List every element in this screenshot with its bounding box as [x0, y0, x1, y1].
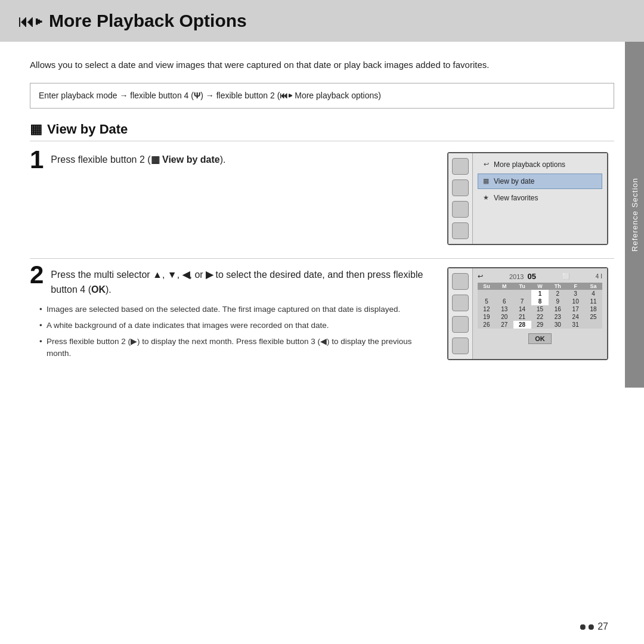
- page-num-value: 27: [597, 621, 608, 632]
- cal-cell[interactable]: 22: [531, 313, 549, 321]
- step2-number: 2: [30, 262, 44, 287]
- star-icon: ★: [482, 194, 490, 202]
- step1-text: Press flexible button 2 (▦ View by date)…: [30, 152, 429, 168]
- cal-cell[interactable]: [478, 290, 496, 298]
- cal-thumb: ⬜: [562, 273, 569, 280]
- step2-left: 2 Press the multi selector ▲, ▼, ◀, or ▶…: [30, 267, 429, 364]
- cal-cell[interactable]: 29: [531, 321, 549, 329]
- cal-th-su: Su: [478, 283, 496, 290]
- cal-cell[interactable]: 9: [549, 298, 566, 305]
- cam-btn-3[interactable]: [452, 201, 469, 218]
- camera-buttons-col-2: [448, 268, 472, 359]
- cal-cell[interactable]: 24: [566, 313, 584, 321]
- cal-cell[interactable]: 31: [566, 321, 584, 329]
- main-content: Allows you to select a date and view ima…: [0, 42, 644, 389]
- cal-cell[interactable]: 14: [513, 305, 531, 313]
- cal-cell[interactable]: [513, 290, 531, 298]
- back-icon-cal: ↩: [478, 273, 483, 280]
- cal-cell[interactable]: 10: [566, 298, 584, 305]
- step2-bullets: Images are selected based on the selecte…: [30, 304, 429, 361]
- cam-btn-8[interactable]: [452, 338, 469, 354]
- step2-right: ↩ 2013 05 ⬜ 4 I Su M Tu: [447, 267, 614, 360]
- cal-cell[interactable]: 20: [496, 313, 513, 321]
- cal-cell[interactable]: 1: [531, 290, 549, 298]
- command-text: Enter playback mode → flexible button 4 …: [39, 91, 381, 100]
- section1-icon: ▦: [30, 122, 42, 137]
- cal-cell[interactable]: 7: [513, 298, 531, 305]
- step2-row: 2 Press the multi selector ▲, ▼, ◀, or ▶…: [30, 267, 614, 364]
- section1-header: ▦ View by Date: [30, 122, 614, 141]
- cam-btn-5[interactable]: [452, 273, 469, 290]
- cal-th-tu: Tu: [513, 283, 531, 290]
- cal-cell[interactable]: 16: [549, 305, 566, 313]
- step1-number: 1: [30, 147, 44, 172]
- cal-cell[interactable]: 18: [584, 305, 602, 313]
- menu-label-date: View by date: [494, 177, 535, 185]
- step1-row: 1 Press flexible button 2 (▦ View by dat…: [30, 152, 614, 245]
- cal-top-row: ↩ 2013 05 ⬜ 4 I: [478, 272, 602, 281]
- command-box: Enter playback mode → flexible button 4 …: [30, 83, 614, 109]
- menu-item-more-playback: ↩ More playback options: [478, 157, 602, 172]
- cal-cell[interactable]: 13: [496, 305, 513, 313]
- cal-year: 2013: [509, 273, 524, 280]
- step1-right: ↩ More playback options ▦ View by date ★…: [447, 152, 614, 245]
- calendar-screen: ↩ 2013 05 ⬜ 4 I Su M Tu: [472, 268, 607, 359]
- cal-th-sa: Sa: [584, 283, 602, 290]
- cal-cell[interactable]: 27: [496, 321, 513, 329]
- cal-cell[interactable]: 19: [478, 313, 496, 321]
- menu-label-favorites: View favorites: [494, 194, 538, 202]
- cal-cell[interactable]: 4: [584, 290, 602, 298]
- bullet-3: Press flexible button 2 (▶) to display t…: [39, 336, 429, 361]
- ok-button[interactable]: OK: [528, 333, 552, 344]
- divider-1: [30, 258, 614, 259]
- header-icon: ⏮▶: [18, 11, 43, 31]
- cal-cell[interactable]: 26: [478, 321, 496, 329]
- cal-cell[interactable]: 5: [478, 298, 496, 305]
- cal-count: 4 I: [596, 273, 602, 280]
- cal-cell[interactable]: 11: [584, 298, 602, 305]
- bullet-1: Images are selected based on the selecte…: [39, 304, 429, 316]
- page-header: ⏮▶ More Playback Options: [0, 0, 644, 42]
- cal-cell[interactable]: 12: [478, 305, 496, 313]
- cam-btn-2[interactable]: [452, 179, 469, 196]
- cam-btn-7[interactable]: [452, 316, 469, 333]
- cal-cell[interactable]: 25: [584, 313, 602, 321]
- menu-label-more: More playback options: [494, 160, 565, 169]
- cal-cell[interactable]: 28: [513, 321, 531, 329]
- cal-cell[interactable]: 30: [549, 321, 566, 329]
- step2-text: Press the multi selector ▲, ▼, ◀, or ▶ t…: [30, 267, 429, 298]
- page-num-icon: ⏺⏺: [578, 622, 595, 631]
- cam-btn-1[interactable]: [452, 158, 469, 175]
- step1-left: 1 Press flexible button 2 (▦ View by dat…: [30, 152, 429, 172]
- page-number: ⏺⏺ 27: [578, 621, 608, 632]
- menu-item-view-favorites: ★ View favorites: [478, 190, 602, 206]
- camera-buttons-col-1: [448, 153, 472, 244]
- cal-cell[interactable]: 17: [566, 305, 584, 313]
- bullet-2: A white background of a date indicates t…: [39, 320, 429, 332]
- cam-btn-4[interactable]: [452, 222, 469, 239]
- menu-item-view-date: ▦ View by date: [478, 174, 602, 189]
- back-icon: ↩: [482, 160, 490, 168]
- cal-th-f: F: [566, 283, 584, 290]
- cal-cell[interactable]: 23: [549, 313, 566, 321]
- cal-th-m: M: [496, 283, 513, 290]
- camera-ui-1: ↩ More playback options ▦ View by date ★…: [447, 152, 608, 245]
- cal-cell[interactable]: 6: [496, 298, 513, 305]
- cal-cell[interactable]: [496, 290, 513, 298]
- page-title: More Playback Options: [49, 11, 247, 31]
- cal-cell[interactable]: 21: [513, 313, 531, 321]
- cal-cell[interactable]: 3: [566, 290, 584, 298]
- cal-cell[interactable]: [584, 321, 602, 329]
- cal-month: 05: [527, 272, 535, 281]
- cal-th-w: W: [531, 283, 549, 290]
- cal-cell[interactable]: 15: [531, 305, 549, 313]
- cam-btn-6[interactable]: [452, 295, 469, 311]
- cal-cell[interactable]: 2: [549, 290, 566, 298]
- camera-ui-2: ↩ 2013 05 ⬜ 4 I Su M Tu: [447, 267, 608, 360]
- calendar-icon: ▦: [482, 177, 490, 185]
- cal-year-month: 2013 05: [509, 272, 536, 281]
- reference-sidebar: Reference Section: [625, 42, 644, 388]
- cal-cell[interactable]: 8: [531, 298, 549, 305]
- camera-screen-1: ↩ More playback options ▦ View by date ★…: [472, 153, 607, 244]
- reference-text: Reference Section: [630, 178, 639, 252]
